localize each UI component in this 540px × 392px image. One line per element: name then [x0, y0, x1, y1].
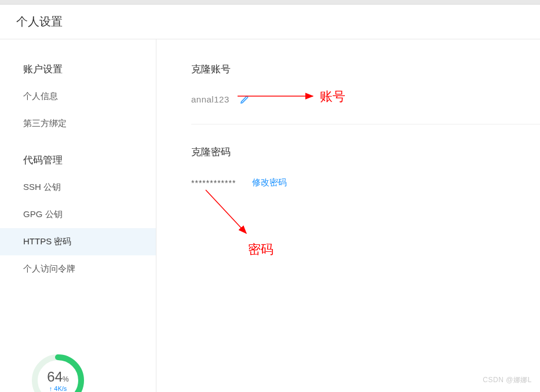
sidebar-item-profile[interactable]: 个人信息 [0, 83, 156, 110]
pencil-icon[interactable] [240, 95, 249, 104]
sidebar: 账户设置 个人信息 第三方绑定 代码管理 SSH 公钥 GPG 公钥 HTTPS… [0, 39, 156, 392]
clone-account-title: 克隆账号 [191, 63, 540, 76]
speed-gauge: 64% ↑ 4K/s [29, 351, 93, 392]
sidebar-item-access-token[interactable]: 个人访问令牌 [0, 255, 156, 283]
sidebar-item-https-password[interactable]: HTTPS 密码 [0, 228, 156, 255]
page-title: 个人设置 [16, 14, 63, 30]
clone-account-value: annal123 [191, 94, 229, 104]
annotation-account-label: 账号 [320, 88, 345, 105]
clone-password-value: ************ [191, 178, 236, 188]
sidebar-item-thirdparty[interactable]: 第三方绑定 [0, 110, 156, 137]
annotation-password-label: 密码 [248, 241, 273, 258]
gauge-percent: 64% [29, 369, 87, 385]
gauge-speed: ↑ 4K/s [29, 385, 87, 392]
sidebar-group-code: 代码管理 [0, 146, 156, 174]
page-header: 个人设置 [0, 5, 540, 39]
sidebar-item-ssh[interactable]: SSH 公钥 [0, 174, 156, 201]
clone-password-title: 克隆密码 [191, 145, 540, 159]
watermark: CSDN @娜娜L [483, 375, 532, 385]
annotation-overlay [156, 39, 539, 387]
sidebar-group-account: 账户设置 [0, 56, 156, 83]
sidebar-item-gpg[interactable]: GPG 公钥 [0, 201, 156, 228]
divider [191, 124, 540, 124]
browser-chrome [0, 0, 540, 5]
main-content: 克隆账号 annal123 克隆密码 ************ 修改密码 账号 … [156, 39, 540, 392]
change-password-link[interactable]: 修改密码 [252, 177, 287, 188]
